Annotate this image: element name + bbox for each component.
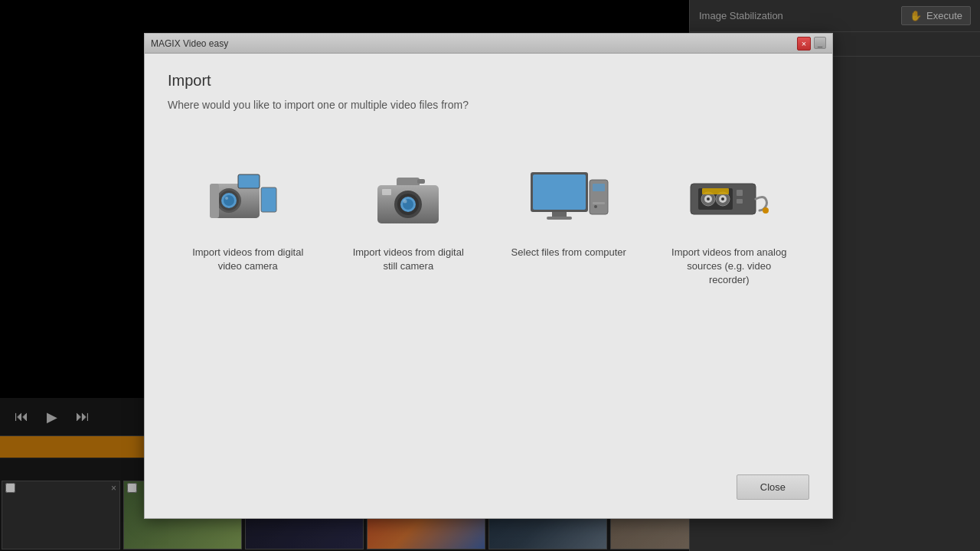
import-label-digital-video: Import videos from digital video camera [187,246,309,273]
dialog-minimize-button[interactable]: _ [814,37,826,49]
import-title: Import [168,72,809,90]
svg-rect-21 [552,212,567,217]
svg-point-38 [763,207,769,214]
svg-point-5 [224,195,234,206]
svg-point-34 [721,197,724,201]
svg-rect-17 [382,189,391,195]
dialog-close-button[interactable]: × [797,37,811,51]
digital-video-camera-icon [202,165,294,233]
dialog-content: Import Where would you like to import on… [145,54,832,518]
svg-point-25 [594,205,597,208]
svg-point-16 [403,200,407,204]
svg-rect-22 [547,217,572,220]
analog-source-icon [683,165,775,233]
dialog-title: MAGIX Video easy [151,38,228,49]
svg-rect-24 [593,184,605,191]
import-option-computer[interactable]: Select files from computer [500,157,638,267]
titlebar-buttons: × _ [797,37,826,51]
import-subtitle: Where would you like to import one or mu… [168,99,809,111]
svg-rect-20 [533,174,586,210]
svg-rect-35 [702,188,729,194]
import-options: Import videos from digital video camera [168,134,809,467]
import-option-analog[interactable]: Import videos from analog sources (e.g. … [660,157,798,295]
import-label-computer: Select files from computer [511,246,626,259]
close-button[interactable]: Close [737,474,809,500]
svg-rect-8 [210,184,219,218]
import-option-digital-video[interactable]: Import videos from digital video camera [179,157,317,281]
dialog-titlebar: MAGIX Video easy × _ [145,34,832,54]
import-label-analog: Import videos from analog sources (e.g. … [668,246,790,288]
svg-rect-37 [737,199,743,204]
svg-rect-7 [238,174,260,188]
import-dialog: MAGIX Video easy × _ Import Where would … [144,33,833,519]
computer-icon [523,165,615,233]
dialog-footer: Close [168,467,809,500]
svg-point-6 [225,197,228,200]
svg-rect-36 [737,190,743,196]
svg-rect-9 [261,187,276,212]
svg-rect-26 [593,202,605,204]
import-option-digital-still[interactable]: Import videos from digital still camera [339,157,477,281]
svg-rect-18 [417,179,425,184]
import-label-digital-still: Import videos from digital still camera [347,246,469,273]
svg-point-31 [707,197,710,201]
digital-still-camera-icon [362,165,454,233]
